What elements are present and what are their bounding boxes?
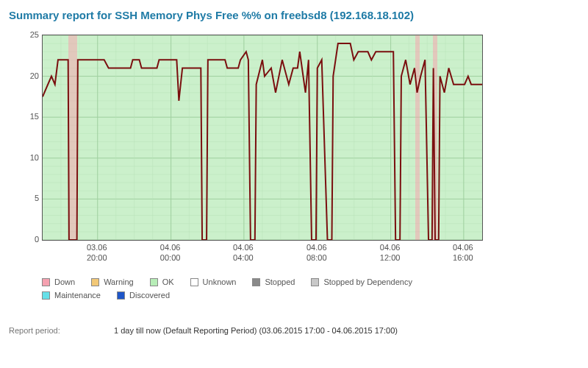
legend-swatch (42, 291, 50, 300)
legend-label: Stopped (265, 277, 295, 286)
data-line (43, 35, 482, 240)
legend-item: Down (42, 277, 75, 286)
report-period-value: 1 day till now (Default Reporting Period… (114, 326, 398, 335)
x-tick: 04.0616:00 (453, 242, 473, 263)
x-tick: 04.0600:00 (160, 242, 181, 263)
legend-item: Discovered (117, 291, 170, 300)
legend-item: Stopped (252, 277, 295, 286)
legend-item: Unknown (190, 277, 237, 286)
legend-label: Maintenance (54, 291, 101, 300)
legend-label: Unknown (203, 277, 237, 286)
legend-item: Maintenance (42, 291, 101, 300)
legend-label: Warning (104, 277, 134, 286)
legend-label: OK (162, 277, 174, 286)
legend-item: OK (150, 277, 174, 286)
y-tick: 25 (30, 30, 39, 39)
plot-area (42, 35, 483, 241)
y-tick: 10 (30, 153, 39, 162)
legend-item: Stopped by Dependency (311, 277, 412, 286)
y-tick: 5 (35, 194, 39, 202)
legend-label: Stopped by Dependency (323, 277, 412, 286)
x-tick: 04.0612:00 (380, 242, 401, 263)
legend-swatch (42, 278, 50, 286)
x-axis: 03.0620:0004.0600:0004.0604:0004.0608:00… (42, 242, 483, 270)
legend-label: Discovered (129, 291, 170, 300)
legend-label: Down (54, 277, 75, 286)
x-tick: 04.0604:00 (233, 242, 254, 263)
legend-swatch (150, 278, 158, 286)
y-axis: 0510152025 (20, 35, 40, 241)
legend-swatch (252, 278, 260, 286)
x-tick: 03.0620:00 (87, 242, 107, 263)
legend-swatch (190, 278, 198, 286)
page-title: Summary report for SSH Memory Phys Free … (9, 9, 579, 21)
legend-item: Warning (91, 277, 134, 286)
legend-swatch (117, 291, 125, 300)
chart-area: 0510152025 03.0620:0004.0600:0004.0604:0… (20, 35, 498, 270)
x-tick: 04.0608:00 (306, 242, 327, 263)
report-period-label: Report period: (9, 326, 112, 335)
legend-swatch (91, 278, 99, 286)
legend-swatch (311, 278, 319, 286)
y-tick: 20 (30, 71, 39, 80)
report-period: Report period: 1 day till now (Default R… (9, 326, 579, 335)
y-tick: 15 (30, 112, 39, 121)
legend: DownWarningOKUnknownStoppedStopped by De… (42, 277, 483, 304)
y-tick: 0 (35, 235, 39, 244)
